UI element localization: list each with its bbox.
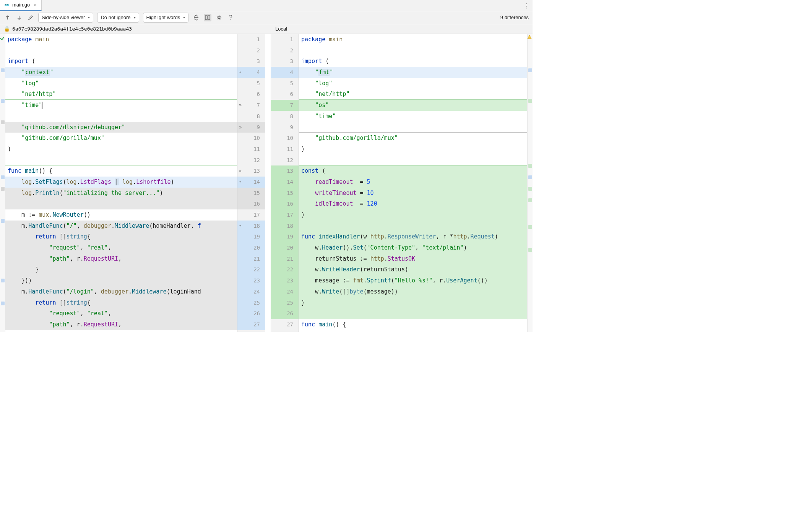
gutter-line[interactable]: 18⇥ — [237, 221, 265, 232]
ignore-mode-dropdown[interactable]: Do not ignore ▾ — [97, 13, 139, 23]
code-line[interactable]: returnStatus := http.StatusOK — [299, 253, 527, 264]
right-error-stripe[interactable] — [527, 34, 533, 332]
gutter-line[interactable]: 9» — [237, 122, 265, 133]
code-line[interactable]: message := fmt.Sprintf("Hello %s!", r.Us… — [299, 275, 527, 286]
gutter-line[interactable]: 8 — [237, 111, 265, 122]
code-line[interactable] — [5, 198, 237, 209]
code-line[interactable]: "log" — [5, 78, 237, 89]
gutter-line[interactable]: 6 — [271, 89, 299, 100]
code-line[interactable]: log.Println("initializing the server..."… — [5, 188, 237, 199]
code-line[interactable]: w.WriteHeader(returnStatus) — [299, 264, 527, 275]
code-line[interactable]: func main() { — [5, 165, 237, 177]
code-line[interactable]: "os" — [299, 100, 527, 111]
gutter-line[interactable]: 18 — [271, 221, 299, 232]
gutter-line[interactable]: 2 — [271, 45, 299, 56]
gutter-line[interactable]: 6 — [237, 89, 265, 100]
code-line[interactable]: import ( — [299, 56, 527, 67]
code-line[interactable]: return []string{ — [5, 231, 237, 242]
gutter-line[interactable]: 8 — [271, 111, 299, 122]
code-line[interactable]: func main() { — [299, 319, 527, 330]
code-line[interactable]: "path", r.RequestURI, — [5, 319, 237, 330]
right-gutter[interactable]: 1234567891011121314151617181920212223242… — [271, 34, 299, 332]
code-line[interactable]: "time" — [299, 111, 527, 122]
code-line[interactable]: "time" — [5, 100, 237, 111]
chevron-double-right-icon[interactable]: » — [239, 165, 242, 177]
code-line[interactable]: ) — [299, 144, 527, 155]
gutter-line[interactable]: 27 — [271, 319, 299, 330]
code-line[interactable]: idleTimeout = 120 — [299, 198, 527, 209]
code-line[interactable]: "net/http" — [5, 89, 237, 100]
code-line[interactable]: "request", "real", — [5, 242, 237, 253]
code-line[interactable]: log.SetFlags(log.LstdFlags | log.Lshortf… — [5, 177, 237, 188]
gutter-line[interactable]: 25 — [271, 297, 299, 308]
code-line[interactable]: "context" — [5, 67, 237, 78]
gutter-line[interactable]: 9 — [271, 122, 299, 133]
left-code-pane[interactable]: package main import ( "context" "log" "n… — [5, 34, 237, 332]
code-line[interactable]: import ( — [5, 56, 237, 67]
code-line[interactable]: "log" — [299, 78, 527, 89]
insert-arrow-icon[interactable]: ⇥ — [239, 177, 242, 188]
right-code-pane[interactable]: package main import ( "fmt" "log" "net/h… — [299, 34, 527, 332]
gutter-line[interactable]: 3 — [237, 56, 265, 67]
gutter-line[interactable]: 24 — [271, 286, 299, 297]
gutter-line[interactable]: 3 — [271, 56, 299, 67]
gutter-line[interactable]: 12 — [271, 155, 299, 166]
next-diff-button[interactable] — [15, 14, 23, 21]
code-line[interactable] — [5, 111, 237, 122]
code-line[interactable]: "request", "real", — [5, 308, 237, 319]
left-error-stripe[interactable] — [0, 34, 5, 332]
gutter-line[interactable]: 19 — [237, 231, 265, 242]
code-line[interactable] — [5, 155, 237, 166]
gutter-line[interactable]: 21 — [271, 253, 299, 264]
gutter-line[interactable]: 23 — [237, 275, 265, 286]
gutter-line[interactable]: 19 — [271, 231, 299, 242]
gutter-line[interactable]: 11 — [237, 144, 265, 155]
sync-scroll-icon[interactable] — [204, 14, 211, 21]
gutter-line[interactable]: 4 — [271, 67, 299, 78]
gutter-line[interactable]: 26 — [237, 308, 265, 319]
code-line[interactable]: readTimeout = 5 — [299, 177, 527, 188]
insert-arrow-icon[interactable]: ⇥ — [239, 67, 242, 78]
gutter-line[interactable]: 10 — [237, 133, 265, 144]
gutter-line[interactable]: 5 — [237, 78, 265, 89]
code-line[interactable]: package main — [5, 34, 237, 45]
gutter-line[interactable]: 12 — [237, 155, 265, 166]
gutter-line[interactable]: 16 — [237, 198, 265, 209]
left-gutter[interactable]: 1234⇥567»89»10111213»14⇥15161718⇥1920212… — [237, 34, 265, 332]
gutter-line[interactable]: 4⇥ — [237, 67, 265, 78]
code-line[interactable]: m.HandleFunc("/login", debugger.Middlewa… — [5, 286, 237, 297]
gear-icon[interactable] — [215, 14, 223, 21]
gutter-line[interactable]: 2 — [237, 45, 265, 56]
gutter-line[interactable]: 21 — [237, 253, 265, 264]
gutter-line[interactable]: 1 — [237, 34, 265, 45]
gutter-line[interactable]: 22 — [271, 264, 299, 275]
code-line[interactable]: })) — [5, 275, 237, 286]
kebab-menu-icon[interactable]: ⋮ — [523, 2, 529, 10]
gutter-line[interactable]: 7 — [271, 100, 299, 111]
close-tab-icon[interactable]: × — [32, 2, 38, 8]
code-line[interactable]: ) — [5, 144, 237, 155]
code-line[interactable]: package main — [299, 34, 527, 45]
chevron-double-right-icon[interactable]: » — [239, 100, 242, 111]
gutter-line[interactable]: 22 — [237, 264, 265, 275]
gutter-line[interactable]: 17 — [271, 209, 299, 221]
gutter-line[interactable]: 20 — [237, 242, 265, 253]
code-line[interactable] — [5, 45, 237, 56]
highlight-mode-dropdown[interactable]: Highlight words ▾ — [143, 13, 189, 23]
code-line[interactable]: } — [299, 297, 527, 308]
code-line[interactable]: "github.com/gorilla/mux" — [299, 133, 527, 144]
gutter-line[interactable]: 17 — [237, 209, 265, 221]
code-line[interactable] — [299, 122, 527, 133]
gutter-line[interactable]: 5 — [271, 78, 299, 89]
file-tab[interactable]: main.go × — [0, 0, 42, 11]
gutter-line[interactable]: 10 — [271, 133, 299, 144]
code-line[interactable]: return []string{ — [5, 297, 237, 308]
gutter-line[interactable]: 14⇥ — [237, 177, 265, 188]
gutter-line[interactable]: 7» — [237, 100, 265, 111]
gutter-line[interactable]: 11 — [271, 144, 299, 155]
code-line[interactable]: "github.com/dlsniper/debugger" — [5, 122, 237, 133]
code-line[interactable]: m.HandleFunc("/", debugger.Middleware(ho… — [5, 221, 237, 232]
gutter-line[interactable]: 24 — [237, 286, 265, 297]
gutter-line[interactable]: 20 — [271, 242, 299, 253]
gutter-line[interactable]: 14 — [271, 177, 299, 188]
